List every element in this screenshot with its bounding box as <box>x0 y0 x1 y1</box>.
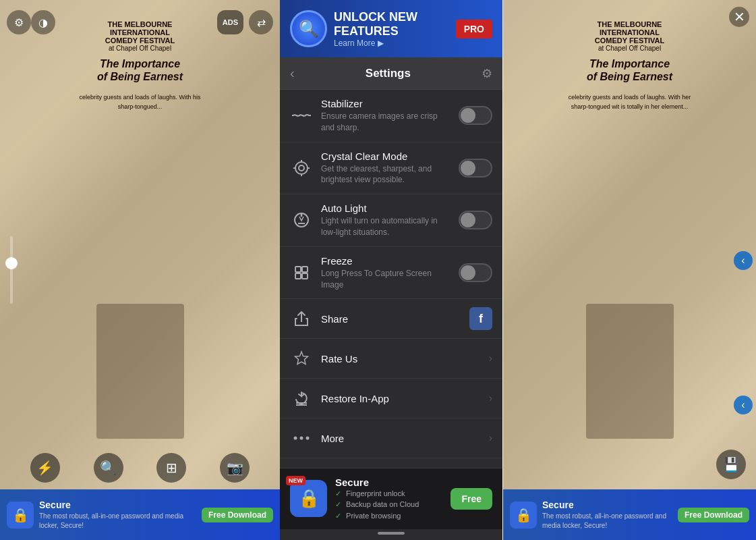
svg-rect-11 <box>295 267 301 272</box>
secure-icon-right: 🔒 <box>510 502 537 529</box>
pro-badge[interactable]: PRO <box>456 20 492 38</box>
svg-rect-12 <box>302 267 308 272</box>
right-secure-banner: 🔒 Secure The most robust, all-in-one pas… <box>503 489 756 540</box>
close-icon: ✕ <box>734 9 745 25</box>
ads-button[interactable]: ADS <box>217 10 243 34</box>
restore-icon <box>290 387 313 410</box>
more-icon <box>290 427 313 450</box>
stabilizer-icon <box>290 104 313 127</box>
crystal-clear-desc: Get the clearest, sharpest, and brightes… <box>321 163 450 186</box>
lightning-button[interactable]: ⚡ <box>30 453 60 483</box>
svg-point-3 <box>299 165 304 171</box>
right-nav-icon-2: ‹ <box>734 396 753 414</box>
ad-title: UNLOCK NEW FEATURES <box>334 10 449 38</box>
grid-button[interactable]: ⊞ <box>156 453 186 483</box>
auto-light-icon <box>290 209 313 232</box>
svg-point-18 <box>300 437 303 440</box>
scroll-indicator <box>280 529 502 540</box>
search-icon: 🔍 <box>100 460 117 476</box>
search-button[interactable]: 🔍 <box>94 453 123 483</box>
contrast-button[interactable]: ◑ <box>31 10 55 34</box>
crystal-clear-item: Crystal Clear Mode Get the clearest, sha… <box>280 142 502 195</box>
rate-us-item[interactable]: Rate Us › <box>280 339 502 379</box>
share-icon <box>290 307 313 330</box>
stabilizer-item: Stabilizer Ensure camera images are cris… <box>280 90 502 142</box>
star-icon <box>290 347 313 370</box>
crystal-clear-toggle[interactable] <box>459 159 492 178</box>
stabilizer-toggle[interactable] <box>459 106 492 125</box>
back-button[interactable]: ‹ <box>290 65 295 81</box>
freeze-title: Freeze <box>321 255 450 267</box>
lightning-icon: ⚡ <box>36 460 53 476</box>
crystal-clear-title: Crystal Clear Mode <box>321 151 450 162</box>
contrast-icon: ◑ <box>38 16 48 29</box>
stabilizer-title: Stabilizer <box>321 98 450 109</box>
promo-free-button[interactable]: Free <box>450 488 492 510</box>
svg-point-19 <box>306 437 310 440</box>
free-download-button-left[interactable]: Free Download <box>202 508 273 522</box>
ad-subtitle: Learn More ▶ <box>334 38 449 48</box>
left-camera-panel: THE MELBOURNE INTERNATIONAL COMEDY FESTI… <box>0 0 280 540</box>
crystal-clear-icon <box>290 157 313 180</box>
auto-light-desc: Light will turn on automatically in low-… <box>321 215 450 238</box>
settings-button[interactable]: ⚙ <box>7 10 31 34</box>
left-secure-banner: 🔒 Secure The most robust, all-in-one pas… <box>0 489 280 540</box>
ad-magnify-icon: 🔍 <box>290 10 327 47</box>
facebook-icon[interactable]: f <box>469 307 492 330</box>
right-camera-panel: THE MELBOURNE INTERNATIONAL COMEDY FESTI… <box>503 0 756 540</box>
auto-light-toggle[interactable] <box>459 211 492 230</box>
bottom-promo-banner: NEW 🔒 Secure ✓ Fingerprint unlock ✓ Back… <box>280 468 502 530</box>
rate-us-title: Rate Us <box>321 353 481 364</box>
secure-banner-title-right: Secure <box>542 499 672 512</box>
secure-icon-left: 🔒 <box>7 502 34 529</box>
more-chevron: › <box>489 432 492 444</box>
grid-icon: ⊞ <box>166 460 177 476</box>
new-badge: NEW <box>286 476 306 485</box>
right-chevron-top[interactable]: ‹ <box>734 251 753 270</box>
camera-flip-button[interactable]: ⇄ <box>249 10 273 34</box>
freeze-item: Freeze Long Press To Capture Screen Imag… <box>280 247 502 300</box>
camera-icon: 📷 <box>227 460 243 476</box>
more-title: More <box>321 433 481 444</box>
secure-banner-title-left: Secure <box>39 499 196 512</box>
promo-feature-1: ✓ Fingerprint unlock <box>335 488 442 500</box>
save-button[interactable]: 💾 <box>716 450 746 479</box>
share-item[interactable]: Share f <box>280 299 502 339</box>
settings-list: Stabilizer Ensure camera images are cris… <box>280 90 502 468</box>
svg-point-17 <box>294 437 297 440</box>
right-chevron-bottom[interactable]: ‹ <box>734 396 753 414</box>
zoom-slider[interactable] <box>10 236 13 304</box>
settings-header: ‹ Settings ⚙ <box>280 57 502 90</box>
restore-item[interactable]: Restore In-App › <box>280 379 502 418</box>
settings-title: Settings <box>366 67 411 80</box>
restore-title: Restore In-App <box>321 393 481 404</box>
camera-flip-icon: ⇄ <box>257 16 266 29</box>
close-button[interactable]: ✕ <box>729 7 749 27</box>
save-icon: 💾 <box>716 450 746 479</box>
freeze-toggle[interactable] <box>459 263 492 282</box>
promo-feature-2: ✓ Backup data on Cloud <box>335 499 442 510</box>
header-gear-icon[interactable]: ⚙ <box>482 66 492 81</box>
svg-point-2 <box>295 162 308 174</box>
more-item[interactable]: More › <box>280 418 502 458</box>
secure-lock-icon: 🔒 <box>290 480 327 517</box>
bottom-controls: ⚡ 🔍 ⊞ 📷 <box>0 453 280 483</box>
stabilizer-desc: Ensure camera images are crisp and sharp… <box>321 111 450 134</box>
promo-title: Secure <box>335 477 442 488</box>
auto-light-item: Auto Light Light will turn on automatica… <box>280 194 502 247</box>
auto-light-title: Auto Light <box>321 202 450 214</box>
free-download-button-right[interactable]: Free Download <box>678 508 749 522</box>
freeze-desc: Long Press To Capture Screen Image <box>321 268 450 291</box>
share-title: Share <box>321 313 461 325</box>
right-nav-icon: ‹ <box>734 251 753 270</box>
capture-button[interactable]: 📷 <box>220 453 250 483</box>
svg-rect-14 <box>302 273 308 279</box>
secure-banner-text-right: The most robust, all-in-one password and… <box>542 512 672 531</box>
settings-panel: 🔍 UNLOCK NEW FEATURES Learn More ▶ PRO ‹… <box>280 0 502 540</box>
rate-us-chevron: › <box>489 352 492 364</box>
svg-rect-13 <box>295 273 301 279</box>
secure-banner-text-left: The most robust, all-in-one password and… <box>39 512 196 531</box>
ad-banner[interactable]: 🔍 UNLOCK NEW FEATURES Learn More ▶ PRO <box>280 0 502 57</box>
left-top-controls: ⚙ ◑ ADS ⇄ <box>7 10 273 34</box>
restore-chevron: › <box>489 392 492 404</box>
